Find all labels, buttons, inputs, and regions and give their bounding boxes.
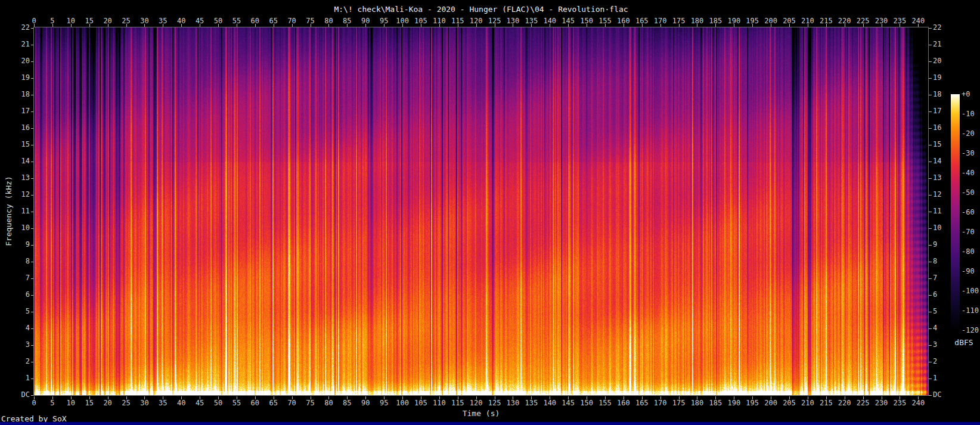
frequency-tick-mark <box>929 145 932 145</box>
dbfs-tick-label: -30 <box>962 150 980 157</box>
time-tick-mark <box>52 396 53 399</box>
frequency-tick-mark <box>929 95 932 95</box>
frequency-tick-mark <box>929 395 932 396</box>
time-tick-mark <box>458 24 458 27</box>
time-tick-mark <box>144 24 145 27</box>
time-tick-mark <box>311 24 311 27</box>
time-tick-mark <box>715 396 716 399</box>
spectrogram-plot <box>34 27 928 395</box>
dbfs-tick-label: -20 <box>962 130 980 138</box>
time-tick-mark <box>513 24 513 27</box>
time-tick-mark <box>126 396 127 399</box>
frequency-tick-mark <box>929 162 932 162</box>
dbfs-tick-label: -60 <box>962 209 980 216</box>
time-tick-mark <box>568 24 569 27</box>
time-tick-mark <box>311 396 311 399</box>
time-tick-mark <box>900 396 900 399</box>
frequency-tick-mark <box>929 295 932 296</box>
frequency-tick-mark <box>929 28 932 29</box>
time-tick-mark <box>108 24 108 27</box>
time-tick-mark <box>200 24 200 27</box>
frequency-tick-label: 1 <box>933 374 957 382</box>
time-tick-mark <box>237 396 237 399</box>
time-tick-mark <box>531 396 532 399</box>
time-tick-mark <box>495 24 495 27</box>
time-tick-mark <box>808 24 808 27</box>
time-tick-mark <box>200 396 200 399</box>
frequency-tick-mark <box>929 345 932 346</box>
time-tick-mark <box>328 24 329 27</box>
frequency-tick-label: 2 <box>933 358 957 365</box>
frequency-tick-mark <box>929 78 932 79</box>
time-tick-mark <box>882 396 882 399</box>
time-tick-mark <box>918 24 919 27</box>
time-tick-mark <box>863 396 864 399</box>
dbfs-tick-label: -80 <box>962 248 980 256</box>
time-tick-mark <box>845 396 845 399</box>
time-tick-label: 240 <box>906 399 930 407</box>
frequency-tick-mark <box>929 328 932 329</box>
time-tick-mark <box>679 396 680 399</box>
time-tick-mark <box>550 396 550 399</box>
time-tick-mark <box>624 24 624 27</box>
frequency-tick-mark <box>929 262 932 262</box>
time-tick-mark <box>495 396 495 399</box>
time-tick-mark <box>734 24 734 27</box>
dbfs-tick-label: -120 <box>962 327 980 334</box>
time-tick-mark <box>384 24 384 27</box>
time-tick-mark <box>752 396 753 399</box>
frequency-tick-label: 20 <box>10 57 30 65</box>
time-tick-mark <box>513 396 513 399</box>
frequency-tick-label: 19 <box>933 74 957 82</box>
time-tick-mark <box>789 396 790 399</box>
time-tick-mark <box>882 24 882 27</box>
page-title: M:\! check\Mali-Koa - 2020 - Hunger (FLA… <box>34 5 928 14</box>
frequency-tick-label: 22 <box>933 24 957 32</box>
frequency-tick-mark <box>31 395 34 396</box>
time-tick-mark <box>458 396 458 399</box>
frequency-tick-label: 15 <box>10 141 30 148</box>
time-tick-mark <box>402 396 403 399</box>
time-tick-mark <box>255 24 256 27</box>
time-tick-mark <box>918 396 919 399</box>
time-tick-mark <box>568 396 569 399</box>
time-tick-mark <box>439 396 440 399</box>
frequency-tick-label: DC <box>10 391 30 399</box>
time-tick-mark <box>605 24 606 27</box>
time-tick-mark <box>292 396 293 399</box>
dbfs-tick-label: -10 <box>962 110 980 118</box>
time-tick-mark <box>715 24 716 27</box>
dbfs-tick-label: -70 <box>962 228 980 236</box>
time-tick-mark <box>697 24 697 27</box>
frequency-axis-label: Frequency (kHz) <box>4 176 13 246</box>
frequency-tick-label: 1 <box>10 374 30 382</box>
time-tick-mark <box>808 396 808 399</box>
time-tick-mark <box>605 396 606 399</box>
time-tick-mark <box>660 24 661 27</box>
time-tick-mark <box>163 396 163 399</box>
time-tick-mark <box>347 24 348 27</box>
time-tick-mark <box>255 396 256 399</box>
frequency-tick-label: DC <box>933 391 957 399</box>
frequency-tick-label: 4 <box>10 324 30 332</box>
time-tick-mark <box>624 396 624 399</box>
frequency-tick-label: 21 <box>10 41 30 48</box>
frequency-tick-label: 22 <box>10 24 30 32</box>
dbfs-tick-label: -110 <box>962 307 980 315</box>
frequency-tick-mark <box>929 111 932 112</box>
frequency-tick-mark <box>929 178 932 179</box>
time-tick-mark <box>402 24 403 27</box>
time-tick-mark <box>771 24 771 27</box>
frequency-tick-label: 16 <box>10 124 30 132</box>
frequency-tick-mark <box>929 61 932 62</box>
dbfs-tick-label: +0 <box>962 91 980 98</box>
frequency-tick-label: 21 <box>933 41 957 48</box>
frequency-tick-label: 18 <box>10 91 30 98</box>
time-tick-mark <box>863 24 864 27</box>
time-tick-mark <box>734 396 734 399</box>
frequency-tick-mark <box>929 128 932 129</box>
time-tick-mark <box>144 396 145 399</box>
time-axis-label: Time (s) <box>34 409 928 418</box>
footer-accent-bar <box>0 422 980 425</box>
frequency-tick-label: 19 <box>10 74 30 82</box>
